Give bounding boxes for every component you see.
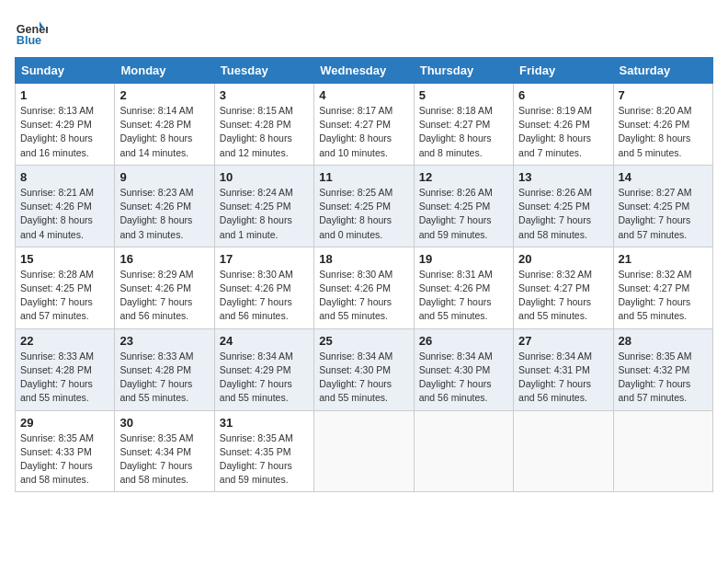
day-info: Sunrise: 8:25 AMSunset: 4:25 PMDaylight:… bbox=[319, 186, 408, 242]
calendar-week-1: 1 Sunrise: 8:13 AMSunset: 4:29 PMDayligh… bbox=[16, 84, 713, 166]
calendar-day-18: 18 Sunrise: 8:30 AMSunset: 4:26 PMDaylig… bbox=[314, 247, 414, 328]
empty-day bbox=[613, 410, 712, 492]
day-number: 21 bbox=[619, 252, 708, 266]
day-number: 25 bbox=[319, 334, 408, 348]
day-number: 7 bbox=[619, 88, 708, 102]
day-info: Sunrise: 8:34 AMSunset: 4:30 PMDaylight:… bbox=[419, 350, 508, 406]
calendar-day-30: 30 Sunrise: 8:35 AMSunset: 4:34 PMDaylig… bbox=[115, 410, 214, 492]
day-number: 18 bbox=[319, 252, 408, 266]
empty-day bbox=[514, 410, 613, 492]
calendar-day-5: 5 Sunrise: 8:18 AMSunset: 4:27 PMDayligh… bbox=[414, 84, 513, 166]
calendar-week-2: 8 Sunrise: 8:21 AMSunset: 4:26 PMDayligh… bbox=[16, 165, 713, 247]
day-info: Sunrise: 8:15 AMSunset: 4:28 PMDaylight:… bbox=[220, 104, 309, 160]
day-number: 13 bbox=[518, 170, 608, 184]
day-info: Sunrise: 8:18 AMSunset: 4:27 PMDaylight:… bbox=[419, 104, 508, 160]
page-header: General Blue bbox=[15, 15, 713, 48]
day-info: Sunrise: 8:34 AMSunset: 4:31 PMDaylight:… bbox=[518, 350, 608, 406]
day-info: Sunrise: 8:24 AMSunset: 4:25 PMDaylight:… bbox=[220, 186, 309, 242]
day-info: Sunrise: 8:29 AMSunset: 4:26 PMDaylight:… bbox=[119, 268, 209, 324]
calendar-day-20: 20 Sunrise: 8:32 AMSunset: 4:27 PMDaylig… bbox=[514, 247, 613, 328]
weekday-friday: Friday bbox=[514, 58, 613, 84]
day-info: Sunrise: 8:30 AMSunset: 4:26 PMDaylight:… bbox=[319, 268, 408, 324]
day-number: 28 bbox=[619, 334, 708, 348]
day-info: Sunrise: 8:33 AMSunset: 4:28 PMDaylight:… bbox=[20, 350, 109, 406]
day-number: 26 bbox=[419, 334, 508, 348]
calendar-day-27: 27 Sunrise: 8:34 AMSunset: 4:31 PMDaylig… bbox=[514, 328, 613, 410]
day-info: Sunrise: 8:26 AMSunset: 4:25 PMDaylight:… bbox=[518, 186, 608, 242]
day-info: Sunrise: 8:35 AMSunset: 4:32 PMDaylight:… bbox=[619, 350, 708, 406]
calendar-day-31: 31 Sunrise: 8:35 AMSunset: 4:35 PMDaylig… bbox=[214, 410, 313, 492]
calendar-day-21: 21 Sunrise: 8:32 AMSunset: 4:27 PMDaylig… bbox=[613, 247, 712, 328]
calendar-day-19: 19 Sunrise: 8:31 AMSunset: 4:26 PMDaylig… bbox=[414, 247, 513, 328]
day-info: Sunrise: 8:35 AMSunset: 4:35 PMDaylight:… bbox=[220, 431, 309, 488]
calendar-day-16: 16 Sunrise: 8:29 AMSunset: 4:26 PMDaylig… bbox=[115, 247, 214, 328]
day-number: 17 bbox=[220, 252, 309, 266]
day-number: 19 bbox=[419, 252, 508, 266]
day-info: Sunrise: 8:31 AMSunset: 4:26 PMDaylight:… bbox=[419, 268, 508, 324]
day-info: Sunrise: 8:19 AMSunset: 4:26 PMDaylight:… bbox=[518, 104, 608, 160]
svg-text:Blue: Blue bbox=[17, 34, 41, 47]
day-number: 5 bbox=[419, 88, 508, 102]
day-number: 22 bbox=[20, 334, 109, 348]
calendar-day-13: 13 Sunrise: 8:26 AMSunset: 4:25 PMDaylig… bbox=[514, 165, 613, 247]
logo: General Blue bbox=[15, 15, 51, 48]
logo-icon: General Blue bbox=[15, 15, 48, 48]
empty-day bbox=[314, 410, 414, 492]
day-number: 30 bbox=[119, 416, 209, 430]
calendar-day-14: 14 Sunrise: 8:27 AMSunset: 4:25 PMDaylig… bbox=[613, 165, 712, 247]
calendar-week-3: 15 Sunrise: 8:28 AMSunset: 4:25 PMDaylig… bbox=[16, 247, 713, 328]
calendar-week-5: 29 Sunrise: 8:35 AMSunset: 4:33 PMDaylig… bbox=[16, 410, 713, 492]
day-number: 3 bbox=[220, 88, 309, 102]
day-info: Sunrise: 8:20 AMSunset: 4:26 PMDaylight:… bbox=[619, 104, 708, 160]
calendar-day-25: 25 Sunrise: 8:34 AMSunset: 4:30 PMDaylig… bbox=[314, 328, 414, 410]
day-number: 1 bbox=[20, 88, 109, 102]
day-number: 8 bbox=[20, 170, 109, 184]
day-info: Sunrise: 8:27 AMSunset: 4:25 PMDaylight:… bbox=[619, 186, 708, 242]
day-info: Sunrise: 8:14 AMSunset: 4:28 PMDaylight:… bbox=[119, 104, 209, 160]
day-info: Sunrise: 8:23 AMSunset: 4:26 PMDaylight:… bbox=[119, 186, 209, 242]
weekday-tuesday: Tuesday bbox=[214, 58, 313, 84]
day-number: 10 bbox=[220, 170, 309, 184]
weekday-header-row: SundayMondayTuesdayWednesdayThursdayFrid… bbox=[16, 58, 713, 84]
calendar-day-9: 9 Sunrise: 8:23 AMSunset: 4:26 PMDayligh… bbox=[115, 165, 214, 247]
day-info: Sunrise: 8:34 AMSunset: 4:29 PMDaylight:… bbox=[220, 350, 309, 406]
day-info: Sunrise: 8:13 AMSunset: 4:29 PMDaylight:… bbox=[20, 104, 109, 160]
day-number: 16 bbox=[119, 252, 209, 266]
empty-day bbox=[414, 410, 513, 492]
calendar-day-29: 29 Sunrise: 8:35 AMSunset: 4:33 PMDaylig… bbox=[16, 410, 115, 492]
day-number: 31 bbox=[220, 416, 309, 430]
calendar-day-15: 15 Sunrise: 8:28 AMSunset: 4:25 PMDaylig… bbox=[16, 247, 115, 328]
day-number: 9 bbox=[119, 170, 209, 184]
weekday-saturday: Saturday bbox=[613, 58, 712, 84]
day-number: 27 bbox=[518, 334, 608, 348]
day-info: Sunrise: 8:32 AMSunset: 4:27 PMDaylight:… bbox=[619, 268, 708, 324]
day-number: 14 bbox=[619, 170, 708, 184]
day-number: 2 bbox=[119, 88, 209, 102]
calendar-table: SundayMondayTuesdayWednesdayThursdayFrid… bbox=[15, 57, 713, 492]
day-info: Sunrise: 8:21 AMSunset: 4:26 PMDaylight:… bbox=[20, 186, 109, 242]
weekday-sunday: Sunday bbox=[16, 58, 115, 84]
calendar-day-23: 23 Sunrise: 8:33 AMSunset: 4:28 PMDaylig… bbox=[115, 328, 214, 410]
day-number: 29 bbox=[20, 416, 109, 430]
calendar-day-12: 12 Sunrise: 8:26 AMSunset: 4:25 PMDaylig… bbox=[414, 165, 513, 247]
calendar-day-6: 6 Sunrise: 8:19 AMSunset: 4:26 PMDayligh… bbox=[514, 84, 613, 166]
day-info: Sunrise: 8:35 AMSunset: 4:34 PMDaylight:… bbox=[119, 431, 209, 488]
calendar-day-3: 3 Sunrise: 8:15 AMSunset: 4:28 PMDayligh… bbox=[214, 84, 313, 166]
day-info: Sunrise: 8:30 AMSunset: 4:26 PMDaylight:… bbox=[220, 268, 309, 324]
calendar-day-26: 26 Sunrise: 8:34 AMSunset: 4:30 PMDaylig… bbox=[414, 328, 513, 410]
day-info: Sunrise: 8:34 AMSunset: 4:30 PMDaylight:… bbox=[319, 350, 408, 406]
calendar-body: 1 Sunrise: 8:13 AMSunset: 4:29 PMDayligh… bbox=[16, 84, 713, 492]
day-number: 20 bbox=[518, 252, 608, 266]
day-info: Sunrise: 8:17 AMSunset: 4:27 PMDaylight:… bbox=[319, 104, 408, 160]
calendar-week-4: 22 Sunrise: 8:33 AMSunset: 4:28 PMDaylig… bbox=[16, 328, 713, 410]
calendar-day-4: 4 Sunrise: 8:17 AMSunset: 4:27 PMDayligh… bbox=[314, 84, 414, 166]
day-info: Sunrise: 8:33 AMSunset: 4:28 PMDaylight:… bbox=[119, 350, 209, 406]
day-number: 11 bbox=[319, 170, 408, 184]
calendar-day-11: 11 Sunrise: 8:25 AMSunset: 4:25 PMDaylig… bbox=[314, 165, 414, 247]
calendar-day-8: 8 Sunrise: 8:21 AMSunset: 4:26 PMDayligh… bbox=[16, 165, 115, 247]
calendar-day-22: 22 Sunrise: 8:33 AMSunset: 4:28 PMDaylig… bbox=[16, 328, 115, 410]
day-info: Sunrise: 8:28 AMSunset: 4:25 PMDaylight:… bbox=[20, 268, 109, 324]
weekday-monday: Monday bbox=[115, 58, 214, 84]
day-number: 12 bbox=[419, 170, 508, 184]
calendar-day-1: 1 Sunrise: 8:13 AMSunset: 4:29 PMDayligh… bbox=[16, 84, 115, 166]
